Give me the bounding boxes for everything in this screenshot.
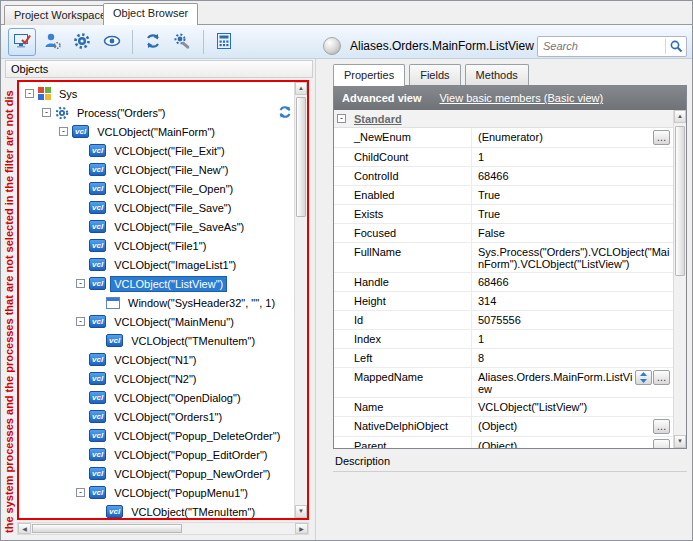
tree-item[interactable]: vclVCLObject("File_Open") xyxy=(21,179,294,198)
tree-item[interactable]: -vclVCLObject("MainMenu") xyxy=(21,312,294,331)
tree-collapse-icon[interactable]: - xyxy=(76,279,85,288)
toolbar xyxy=(7,27,239,57)
tab-properties[interactable]: Properties xyxy=(333,64,405,86)
group-expander-icon[interactable]: - xyxy=(337,114,346,123)
tree-item[interactable]: vclVCLObject("N1") xyxy=(21,350,294,369)
tab-object-browser[interactable]: Object Browser xyxy=(103,3,198,25)
property-value-cell: 1 xyxy=(472,148,673,166)
property-row[interactable]: FullNameSys.Process("Orders").VCLObject(… xyxy=(334,243,673,273)
tree-collapse-icon[interactable]: - xyxy=(42,108,51,117)
tree-item[interactable]: vclVCLObject("N2") xyxy=(21,369,294,388)
tree-item[interactable]: -vclVCLObject("PopupMenu1") xyxy=(21,483,294,502)
ellipsis-button[interactable]: … xyxy=(653,439,670,448)
ellipsis-button[interactable]: … xyxy=(653,130,670,145)
property-value-cell: 1 xyxy=(472,330,673,348)
tree-item[interactable]: Window("SysHeader32", "", 1) xyxy=(21,293,294,312)
mapped-name-button[interactable] xyxy=(635,370,652,385)
property-row[interactable]: FocusedFalse xyxy=(334,224,673,243)
tree-collapse-icon[interactable]: - xyxy=(59,127,68,136)
tree-item[interactable]: -Sys xyxy=(21,84,294,103)
property-row[interactable]: Left8 xyxy=(334,349,673,368)
toolbar-separator xyxy=(132,30,133,54)
object-spy-button[interactable] xyxy=(38,28,66,56)
property-name: ControlId xyxy=(334,167,472,185)
tree-item[interactable]: vclVCLObject("File_SaveAs") xyxy=(21,217,294,236)
search-box[interactable] xyxy=(537,36,687,57)
tree-item[interactable]: -vclVCLObject("MainForm") xyxy=(21,122,294,141)
scroll-left-icon[interactable]: ◀ xyxy=(18,523,31,534)
tree-collapse-icon[interactable]: - xyxy=(76,488,85,497)
tree-item[interactable]: -vclVCLObject("ListView") xyxy=(21,274,294,293)
property-row[interactable]: EnabledTrue xyxy=(334,186,673,205)
scroll-up-icon[interactable]: ▲ xyxy=(295,82,307,95)
tree-item[interactable]: vclVCLObject("TMenuItem") xyxy=(21,502,294,518)
property-row[interactable]: Index1 xyxy=(334,330,673,349)
calculator-button[interactable] xyxy=(210,28,238,56)
window-tabstrip: Project Workspace Object Browser xyxy=(1,1,692,25)
property-row[interactable]: Id5075556 xyxy=(334,311,673,330)
property-grid-rows: _NewEnum(Enumerator)…ChildCount1ControlI… xyxy=(334,128,673,448)
property-row[interactable]: Handle68466 xyxy=(334,273,673,292)
tree-item[interactable]: vclVCLObject("File1") xyxy=(21,236,294,255)
refresh-overlay-icon[interactable] xyxy=(277,104,293,122)
property-row[interactable]: ControlId68466 xyxy=(334,167,673,186)
tree-item[interactable]: vclVCLObject("Popup_EditOrder") xyxy=(21,445,294,464)
property-name: Focused xyxy=(334,224,472,242)
property-row[interactable]: ChildCount1 xyxy=(334,148,673,167)
property-value: 68466 xyxy=(478,275,670,288)
property-row[interactable]: ExistsTrue xyxy=(334,205,673,224)
tools-button[interactable] xyxy=(169,28,197,56)
tab-project-workspace[interactable]: Project Workspace xyxy=(4,5,116,25)
property-name: Parent xyxy=(334,437,472,448)
tree-collapse-icon[interactable]: - xyxy=(76,317,85,326)
tree-item[interactable]: vclVCLObject("File_Exit") xyxy=(21,141,294,160)
highlight-object-button[interactable] xyxy=(8,28,36,56)
property-row[interactable]: _NewEnum(Enumerator)… xyxy=(334,128,673,148)
vcl-object-icon: vcl xyxy=(106,334,123,347)
tree-item[interactable]: vclVCLObject("File_Save") xyxy=(21,198,294,217)
tree-item[interactable]: vclVCLObject("Popup_NewOrder") xyxy=(21,464,294,483)
property-name: ChildCount xyxy=(334,148,472,166)
group-row-standard[interactable]: - Standard xyxy=(334,110,686,128)
tree-item-label: Sys xyxy=(56,87,80,101)
tree-horizontal-scrollbar[interactable]: ◀ ▶ xyxy=(17,522,309,535)
tree-collapse-icon[interactable]: - xyxy=(25,89,34,98)
tab-methods[interactable]: Methods xyxy=(465,64,529,85)
group-label: Standard xyxy=(354,113,402,125)
property-grid-scrollbar[interactable]: ▲ ▼ xyxy=(673,110,686,448)
tree-item[interactable]: -Process("Orders") xyxy=(21,103,294,122)
ellipsis-button[interactable]: … xyxy=(653,370,670,385)
scroll-down-icon[interactable]: ▼ xyxy=(295,505,307,518)
tree-item[interactable]: vclVCLObject("Popup_DeleteOrder") xyxy=(21,426,294,445)
settings-button[interactable] xyxy=(68,28,96,56)
toolbar-separator xyxy=(203,30,204,54)
ellipsis-button[interactable]: … xyxy=(653,419,670,434)
tree-item[interactable]: vclVCLObject("File_New") xyxy=(21,160,294,179)
tab-fields[interactable]: Fields xyxy=(409,64,460,85)
tree-item[interactable]: vclVCLObject("TMenuItem") xyxy=(21,331,294,350)
basic-view-link[interactable]: View basic members (Basic view) xyxy=(439,92,603,104)
scroll-right-icon[interactable]: ▶ xyxy=(295,523,308,534)
view-button[interactable] xyxy=(98,28,126,56)
vcl-object-icon: vcl xyxy=(89,410,106,423)
tree-item[interactable]: vclVCLObject("Orders1") xyxy=(21,407,294,426)
scrollbar-thumb[interactable] xyxy=(675,126,685,276)
tree-scrollbar[interactable]: ▲ ▼ xyxy=(294,82,307,518)
refresh-button[interactable] xyxy=(139,28,167,56)
scroll-up-icon[interactable]: ▲ xyxy=(674,110,686,123)
scroll-down-icon[interactable]: ▼ xyxy=(674,435,686,448)
property-row[interactable]: NativeDelphiObject(Object)… xyxy=(334,417,673,437)
search-input[interactable] xyxy=(538,40,665,52)
property-row[interactable]: Height314 xyxy=(334,292,673,311)
property-value: Aliases.Orders.MainForm.ListView xyxy=(478,370,633,395)
tree-item[interactable]: vclVCLObject("OpenDialog") xyxy=(21,388,294,407)
tree-item[interactable]: vclVCLObject("ImageList1") xyxy=(21,255,294,274)
property-row[interactable]: NameVCLObject("ListView") xyxy=(334,398,673,417)
scrollbar-thumb[interactable] xyxy=(32,524,182,533)
property-row[interactable]: MappedNameAliases.Orders.MainForm.ListVi… xyxy=(334,368,673,398)
object-path: Aliases.Orders.MainForm.ListView xyxy=(350,39,534,53)
search-icon[interactable] xyxy=(666,39,686,53)
tree-item-label: VCLObject("ListView") xyxy=(111,277,226,291)
scrollbar-thumb[interactable] xyxy=(296,97,306,217)
property-row[interactable]: Parent(Object)… xyxy=(334,437,673,448)
